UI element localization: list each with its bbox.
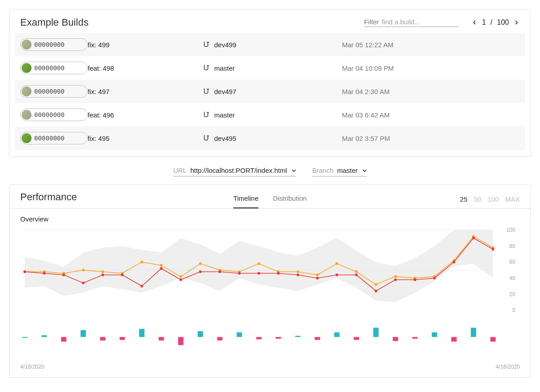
commit-message: fix: 499 xyxy=(88,41,202,49)
build-row[interactable]: 00000000feat: 496masterMar 03 6:42 AM xyxy=(15,103,525,126)
svg-point-27 xyxy=(394,275,397,278)
svg-rect-77 xyxy=(393,337,398,341)
svg-rect-74 xyxy=(334,332,340,337)
range-50[interactable]: 50 xyxy=(474,195,482,203)
branch-name: master xyxy=(214,111,235,119)
builds-panel: Example Builds Filter 1 / 100 00000000fi… xyxy=(9,9,531,157)
filter-label: Filter xyxy=(364,18,379,26)
date-axis: 4/16/2020 4/16/2020 xyxy=(9,364,531,377)
svg-rect-78 xyxy=(412,337,418,339)
svg-rect-63 xyxy=(120,337,125,340)
commit-hash-chip[interactable]: 00000000 xyxy=(20,62,88,74)
page-total: 100 xyxy=(497,18,509,27)
branch-icon xyxy=(202,111,210,119)
commit-message: feat: 496 xyxy=(88,111,202,119)
range-25[interactable]: 25 xyxy=(460,195,468,203)
range-100[interactable]: 100 xyxy=(487,195,499,203)
svg-text:60: 60 xyxy=(509,259,516,265)
svg-point-53 xyxy=(414,279,416,281)
svg-point-17 xyxy=(199,262,202,265)
branch-icon xyxy=(202,41,210,49)
svg-rect-60 xyxy=(61,337,67,342)
build-row[interactable]: 00000000fix: 497dev497Mar 04 2:30 AM xyxy=(15,80,525,103)
svg-rect-73 xyxy=(315,337,320,340)
commit-hash: 00000000 xyxy=(34,64,64,72)
svg-point-45 xyxy=(257,272,260,275)
url-select[interactable]: URL http://localhost:PORT/index.html xyxy=(173,167,296,176)
svg-point-39 xyxy=(140,285,143,288)
avatar xyxy=(22,133,32,143)
selectors-row: URL http://localhost:PORT/index.html Bra… xyxy=(9,165,531,185)
caret-down-icon xyxy=(362,167,367,175)
commit-hash-chip[interactable]: 00000000 xyxy=(20,132,88,144)
build-row[interactable]: 00000000fix: 495dev495Mar 02 3:57 PM xyxy=(15,126,525,150)
build-date: Mar 02 3:57 PM xyxy=(342,135,390,142)
branch-select[interactable]: Branch master xyxy=(312,167,367,176)
svg-text:0: 0 xyxy=(512,307,515,313)
build-date: Mar 03 6:42 AM xyxy=(342,111,390,119)
svg-rect-82 xyxy=(490,337,496,342)
chevron-left-icon[interactable] xyxy=(471,19,477,26)
caret-down-icon xyxy=(292,167,296,175)
branch-icon xyxy=(202,134,210,143)
svg-point-20 xyxy=(257,262,260,265)
svg-point-34 xyxy=(43,272,45,275)
commit-hash: 00000000 xyxy=(34,135,64,142)
chart-area: Overview 020406080100 xyxy=(9,209,531,364)
filter-field[interactable]: Filter xyxy=(364,18,459,27)
build-date: Mar 04 2:30 AM xyxy=(342,88,390,95)
svg-point-37 xyxy=(101,274,104,276)
svg-point-26 xyxy=(374,283,377,286)
svg-point-44 xyxy=(238,272,241,275)
commit-hash: 00000000 xyxy=(34,41,64,48)
avatar xyxy=(22,110,32,120)
svg-text:20: 20 xyxy=(509,291,516,297)
chevron-right-icon[interactable] xyxy=(513,19,520,26)
svg-rect-75 xyxy=(354,337,359,340)
branch-icon xyxy=(202,64,210,72)
svg-text:40: 40 xyxy=(509,275,516,281)
svg-point-14 xyxy=(140,261,143,263)
svg-point-11 xyxy=(82,269,85,271)
build-row[interactable]: 00000000fix: 499dev499Mar 05 12:22 AM xyxy=(15,33,525,56)
commit-hash-chip[interactable]: 00000000 xyxy=(20,85,88,98)
avatar xyxy=(22,63,32,73)
svg-rect-80 xyxy=(451,337,457,342)
svg-point-51 xyxy=(374,290,377,293)
svg-rect-79 xyxy=(432,332,437,337)
svg-rect-71 xyxy=(276,337,281,339)
svg-point-35 xyxy=(63,274,65,276)
svg-rect-67 xyxy=(198,331,203,337)
build-row[interactable]: 00000000feat: 498masterMar 04 10:09 PM xyxy=(15,56,525,80)
svg-rect-65 xyxy=(158,337,164,341)
svg-point-23 xyxy=(316,274,319,276)
svg-point-41 xyxy=(180,279,182,281)
builds-header: Example Builds Filter 1 / 100 xyxy=(9,9,531,33)
commit-hash-chip[interactable]: 00000000 xyxy=(20,108,88,121)
branch-name: dev495 xyxy=(214,135,236,142)
tab-distribution[interactable]: Distribution xyxy=(273,194,307,208)
builds-title: Example Builds xyxy=(20,17,89,28)
svg-point-42 xyxy=(199,270,202,273)
range-max[interactable]: MAX xyxy=(505,195,520,203)
svg-point-52 xyxy=(394,279,397,281)
url-value: http://localhost:PORT/index.html xyxy=(190,167,287,174)
svg-text:80: 80 xyxy=(509,243,516,249)
svg-rect-62 xyxy=(100,337,105,341)
commit-hash-chip[interactable]: 00000000 xyxy=(20,38,88,51)
svg-point-22 xyxy=(297,270,299,273)
filter-input[interactable] xyxy=(382,18,467,26)
svg-rect-70 xyxy=(256,337,261,339)
page-current: 1 xyxy=(482,18,486,27)
range-picker: 25 50 100 MAX xyxy=(460,195,520,208)
svg-point-57 xyxy=(492,248,495,251)
commit-message: fix: 497 xyxy=(88,88,202,95)
svg-point-24 xyxy=(336,262,338,265)
build-date: Mar 04 10:09 PM xyxy=(342,64,394,72)
avatar xyxy=(22,86,32,96)
svg-point-49 xyxy=(336,274,338,276)
svg-text:100: 100 xyxy=(506,227,515,233)
tab-timeline[interactable]: Timeline xyxy=(233,194,258,208)
svg-rect-64 xyxy=(139,329,144,337)
page-sep: / xyxy=(490,18,492,27)
